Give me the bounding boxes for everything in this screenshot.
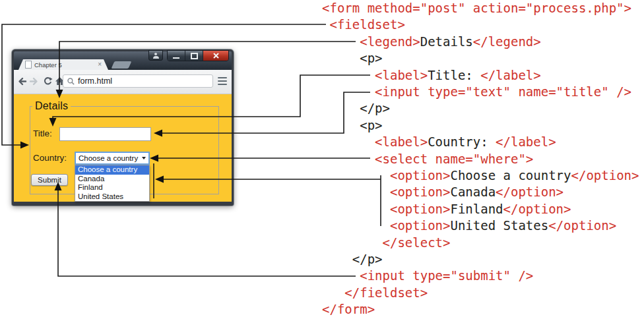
search-icon (67, 77, 75, 86)
country-label: Country: (33, 153, 67, 163)
code-line: </fieldset> (344, 285, 428, 301)
browser-tab[interactable]: Chapter 5 × (18, 59, 108, 70)
menu-button[interactable] (218, 77, 227, 85)
person-icon (153, 53, 159, 59)
reload-button[interactable] (42, 75, 53, 87)
code-annotation: <form method="post" action="process.php"… (322, 0, 644, 317)
dropdown-option[interactable]: United States (75, 192, 149, 202)
code-line: <input type="text" name="title" /> (375, 84, 631, 100)
dropdown-option[interactable]: Choose a country (75, 165, 149, 175)
forward-icon (29, 77, 39, 86)
code-line: <p> (360, 117, 382, 134)
country-dropdown-list: Choose a countryCanadaFinlandUnited Stat… (75, 165, 150, 202)
browser-titlebar: Chapter 5 × (14, 51, 232, 70)
new-tab-button[interactable] (112, 61, 132, 69)
code-line: <input type="submit" /> (360, 268, 533, 284)
tab-title: Chapter 5 (34, 61, 95, 69)
code-line: <p> (360, 50, 382, 67)
close-button[interactable] (203, 51, 228, 61)
close-icon (213, 53, 219, 59)
title-input[interactable] (59, 127, 151, 141)
code-line: </p> (360, 100, 390, 117)
maximize-button[interactable] (185, 51, 203, 61)
url-text: form.html (78, 76, 112, 86)
dropdown-option[interactable]: Canada (75, 175, 149, 184)
minimize-button[interactable] (168, 51, 185, 61)
code-line: </select> (383, 235, 451, 251)
minimize-icon (173, 57, 179, 59)
chevron-down-icon (142, 157, 146, 159)
code-line: <form method="post" action="process.php"… (322, 0, 631, 16)
figure-form-code-diagram: Chapter 5 × (0, 0, 644, 317)
profile-button[interactable] (148, 50, 163, 61)
code-line: </form> (322, 301, 375, 317)
back-icon (17, 77, 27, 86)
tab-close-icon[interactable]: × (98, 61, 102, 68)
rendered-form-page: Details Title: Country: Choose a country… (14, 94, 232, 202)
code-line: <fieldset> (329, 16, 404, 33)
code-line: <label>Country: </label> (375, 134, 556, 150)
address-bar[interactable]: form.html (63, 74, 213, 88)
fieldset-legend: Details (32, 100, 71, 112)
forward-button[interactable] (28, 75, 40, 87)
dropdown-option[interactable]: Finland (75, 183, 149, 192)
code-line: <label>Title: </label> (375, 67, 541, 84)
code-line: <legend>Details</legend> (360, 34, 541, 50)
country-select[interactable]: Choose a country (75, 152, 150, 165)
hamburger-icon (218, 77, 227, 78)
reload-icon (43, 76, 53, 86)
code-line: <select name="where"> (375, 151, 533, 167)
maximize-icon (191, 53, 198, 59)
code-line: </p> (352, 251, 383, 268)
submit-button[interactable]: Submit (31, 174, 68, 186)
code-line: <option>Finland</option> (390, 201, 571, 217)
browser-window: Chapter 5 × (12, 49, 234, 206)
code-line: <option>Canada</option> (390, 184, 564, 200)
select-value: Choose a country (79, 154, 139, 162)
title-label: Title: (33, 129, 52, 138)
browser-toolbar: form.html (14, 70, 232, 94)
page-document-icon (25, 61, 32, 69)
code-line: <option>United States</option> (390, 217, 616, 234)
back-button[interactable] (16, 75, 28, 87)
code-line: <option>Choose a country</option> (390, 167, 639, 184)
